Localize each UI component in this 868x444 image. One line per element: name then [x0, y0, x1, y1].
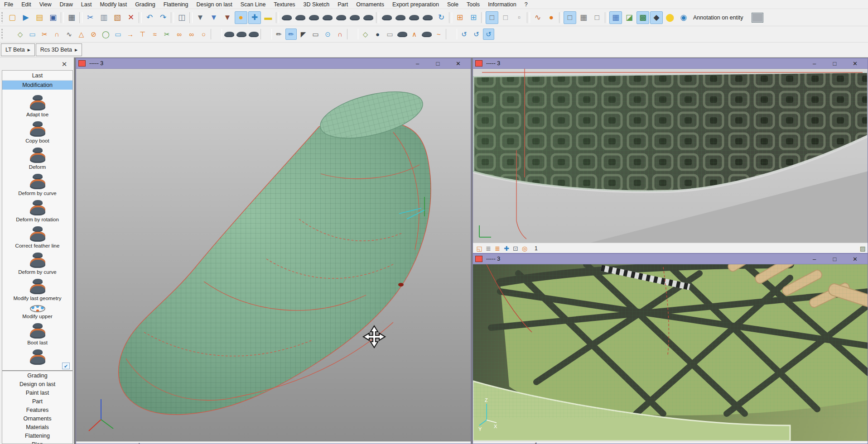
zoom-window-icon[interactable]: ⊡: [511, 244, 520, 253]
viewport-main-canvas[interactable]: [76, 69, 471, 441]
tool-deform-by-rotation[interactable]: Deform by rotation: [2, 200, 72, 222]
layers-active-icon[interactable]: ≣: [493, 442, 502, 444]
filter-restore-icon[interactable]: ▼: [207, 11, 220, 24]
save-icon[interactable]: ▣: [47, 11, 59, 24]
lasso-icon[interactable]: ○: [198, 29, 209, 40]
tool-modify-upper[interactable]: Modify upper: [2, 305, 72, 319]
circle-diameter-icon[interactable]: ⊘: [88, 29, 99, 40]
surface-curve-icon[interactable]: ∿: [531, 11, 544, 24]
arc-points-icon[interactable]: ∧: [409, 29, 420, 40]
toolbar-drag-handle[interactable]: [1, 29, 13, 40]
menu-item[interactable]: Modify last: [96, 0, 131, 9]
undo-icon[interactable]: ↶: [143, 11, 156, 24]
last-iso-view-3-icon[interactable]: [408, 11, 420, 24]
tee-icon[interactable]: ⊤: [137, 29, 148, 40]
sole-bottom-view-2-icon[interactable]: [321, 11, 334, 24]
view-window-icon[interactable]: ◱: [475, 442, 484, 444]
cursor-arrow-icon[interactable]: ◤: [298, 29, 309, 40]
ellipse-icon[interactable]: ◯: [100, 29, 111, 40]
pencil-cut-icon[interactable]: ✏: [285, 29, 297, 40]
menu-item[interactable]: 3D Sketch: [299, 0, 334, 9]
sidebar-header-last[interactable]: Last: [2, 71, 72, 81]
arrow-connector-icon[interactable]: →: [125, 29, 136, 40]
horseshoe-icon[interactable]: ∩: [334, 29, 346, 40]
link-rings-2-icon[interactable]: ∞: [186, 29, 197, 40]
sidebar-close-icon[interactable]: ✕: [60, 60, 68, 68]
menu-item[interactable]: Scan Line: [236, 0, 270, 9]
sidebar-section-item[interactable]: Plan: [2, 440, 72, 444]
menu-item[interactable]: Design on last: [193, 0, 236, 9]
zoom-window-icon[interactable]: ⊡: [511, 442, 520, 444]
zoom-window-icon[interactable]: ⊡: [114, 442, 123, 444]
cut-icon[interactable]: ✂: [84, 11, 96, 24]
sidebar-section-item[interactable]: Features: [2, 406, 72, 414]
fan-icon[interactable]: △: [76, 29, 87, 40]
zoom-icon[interactable]: ◎: [520, 442, 529, 444]
layers-icon[interactable]: ≣: [484, 442, 493, 444]
sidebar-section-item[interactable]: Part: [2, 397, 72, 406]
surface-display-icon[interactable]: ◪: [623, 11, 636, 24]
menu-item[interactable]: Tools: [463, 0, 484, 9]
fit-view-icon[interactable]: ⊞: [453, 11, 466, 24]
move-view-icon[interactable]: ✚: [502, 244, 511, 253]
menu-item[interactable]: View: [35, 0, 56, 9]
view-window-icon[interactable]: ◱: [475, 244, 484, 253]
layers-icon[interactable]: ≣: [87, 442, 96, 444]
menu-item[interactable]: ?: [521, 0, 532, 9]
plane-points-icon[interactable]: ▭: [384, 29, 395, 40]
rotate-view-3-icon[interactable]: ↺: [483, 29, 494, 40]
wire-cube-icon[interactable]: □: [486, 11, 498, 24]
view-window-icon[interactable]: ◱: [78, 442, 87, 444]
tool-deform[interactable]: Deform: [2, 148, 72, 170]
toolbar-drag-handle[interactable]: [1, 12, 4, 24]
tool-boot-last[interactable]: Boot last: [2, 323, 72, 345]
circle-center-icon[interactable]: ⊙: [322, 29, 333, 40]
last-heel-view-icon[interactable]: [348, 11, 361, 24]
select-region-icon[interactable]: ▭: [27, 29, 38, 40]
sidebar-section-item[interactable]: Flattening: [2, 431, 72, 440]
last-top-view-icon[interactable]: [362, 11, 375, 24]
measure-icon[interactable]: ▬: [262, 11, 275, 24]
last-side-view-icon[interactable]: [280, 11, 293, 24]
viewport-top-canvas[interactable]: [473, 69, 868, 243]
viewport-layout-icon[interactable]: ⊞: [467, 11, 480, 24]
maximize-button[interactable]: □: [428, 60, 448, 67]
tools-expand-checkbox[interactable]: ✔: [62, 363, 70, 369]
sidebar-section-item[interactable]: Design on last: [2, 380, 72, 388]
viewport-main-titlebar[interactable]: ----- 3 –□✕: [76, 58, 471, 69]
cube-mesh-icon[interactable]: ▦: [577, 11, 590, 24]
move-view-icon[interactable]: ✚: [502, 442, 511, 444]
box-display-icon[interactable]: □: [564, 11, 576, 24]
preview-window-icon[interactable]: ◫: [175, 11, 188, 24]
last-front-view-icon[interactable]: [335, 11, 347, 24]
texture-display-icon[interactable]: ▩: [637, 11, 649, 24]
last-iso-view-4-icon[interactable]: [421, 11, 434, 24]
refresh-view-icon[interactable]: ↻: [435, 11, 448, 24]
boot-view-icon[interactable]: [294, 11, 307, 24]
light-icon[interactable]: ⬤: [664, 11, 676, 24]
sole-side-icon[interactable]: [396, 29, 408, 40]
hide-entities-icon[interactable]: ●: [235, 11, 247, 24]
heel-tool-1-icon[interactable]: [223, 29, 235, 40]
new-file-icon[interactable]: ▢: [6, 11, 19, 24]
sidebar-item-modification[interactable]: Modification: [2, 81, 72, 90]
shading-display-icon[interactable]: ◆: [650, 11, 663, 24]
menu-item[interactable]: File: [0, 0, 17, 9]
cube-dashed-icon[interactable]: □: [499, 11, 512, 24]
sidebar-section-item[interactable]: Grading: [2, 371, 72, 380]
cut-curve-icon[interactable]: ✂: [39, 29, 50, 40]
filter-delete-icon[interactable]: ▼: [221, 11, 234, 24]
layer-panel-icon[interactable]: ▨: [860, 245, 866, 252]
sphere-curves-icon[interactable]: ●: [372, 29, 383, 40]
annotation-globe-icon[interactable]: ◉: [677, 11, 690, 24]
viewport-bottom-canvas[interactable]: Z Y X: [473, 264, 868, 441]
layers-active-icon[interactable]: ≣: [493, 244, 502, 253]
move-entity-icon[interactable]: ✚: [248, 11, 261, 24]
menu-item[interactable]: Export preparation: [388, 0, 443, 9]
menu-item[interactable]: Draw: [56, 0, 77, 9]
viewport-top-titlebar[interactable]: ----- 3 –□✕: [473, 58, 868, 69]
sketch-surface-icon[interactable]: ◇: [360, 29, 371, 40]
close-button[interactable]: ✕: [448, 60, 468, 67]
close-button[interactable]: ✕: [845, 60, 865, 67]
menu-item[interactable]: Information: [484, 0, 521, 9]
